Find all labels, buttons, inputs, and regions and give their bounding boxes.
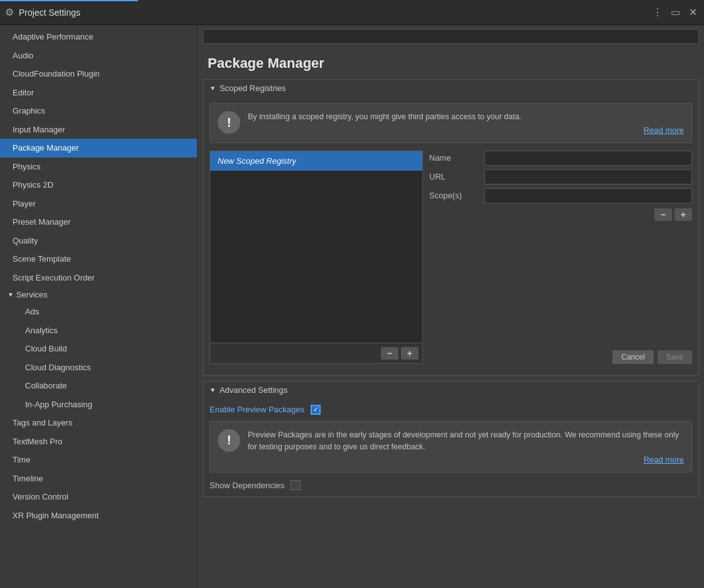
sidebar-item-scene-template[interactable]: Scene Template: [0, 250, 197, 269]
sidebar-item-version-control[interactable]: Version Control: [0, 488, 197, 506]
preview-warning-icon: !: [218, 429, 240, 452]
sidebar-item-in-app-purchasing[interactable]: In-App Purchasing: [0, 395, 197, 414]
services-arrow: ▼: [8, 291, 14, 298]
registry-list: New Scoped Registry − +: [210, 151, 423, 364]
cancel-button[interactable]: Cancel: [612, 350, 653, 364]
registry-panel: New Scoped Registry − + Name: [210, 151, 692, 364]
sidebar-item-audio[interactable]: Audio: [0, 46, 197, 65]
maximize-btn[interactable]: ▭: [669, 6, 681, 19]
settings-icon: ⚙: [5, 6, 14, 18]
sidebar-item-collaborate[interactable]: Collaborate: [0, 377, 197, 395]
sidebar-item-quality[interactable]: Quality: [0, 232, 197, 250]
sidebar-item-preset-manager[interactable]: Preset Manager: [0, 213, 197, 232]
registry-add-button[interactable]: +: [401, 347, 419, 360]
enable-preview-label: Enable Preview Packages: [210, 405, 304, 414]
window-controls: ⋮ ▭ ✕: [651, 6, 699, 19]
scoped-registries-header[interactable]: ▼ Scoped Registries: [203, 80, 698, 97]
sidebar-item-analytics[interactable]: Analytics: [0, 321, 197, 340]
sidebar-item-cloud-build[interactable]: Cloud Build: [0, 339, 197, 358]
title-bar: ⚙ Project Settings ⋮ ▭ ✕: [0, 0, 704, 25]
main-layout: Adaptive Performance Audio CloudFoundati…: [0, 25, 704, 588]
tab-indicator: [0, 0, 138, 1]
scoped-registries-arrow: ▼: [210, 85, 216, 92]
scope-remove-button[interactable]: −: [654, 208, 672, 221]
sidebar-item-physics[interactable]: Physics: [0, 158, 197, 176]
form-name-row: Name: [429, 151, 692, 166]
sidebar-item-script-execution-order[interactable]: Script Execution Order: [0, 269, 197, 287]
form-scopes-row: Scope(s) − +: [429, 188, 692, 221]
sidebar-item-physics-2d[interactable]: Physics 2D: [0, 176, 197, 195]
form-name-input[interactable]: [484, 151, 692, 166]
scoped-read-more-link[interactable]: Read more: [248, 126, 684, 135]
form-url-row: URL: [429, 169, 692, 184]
scoped-warning-text: By installing a scoped registry, you mig…: [248, 112, 521, 121]
sidebar-item-tags-and-layers[interactable]: Tags and Layers: [0, 414, 197, 432]
window-title: Project Settings: [19, 8, 80, 18]
sidebar-item-textmesh-pro[interactable]: TextMesh Pro: [0, 432, 197, 451]
scoped-registries-section: ▼ Scoped Registries ! By installing a sc…: [203, 79, 699, 376]
form-name-label: Name: [429, 153, 479, 163]
registry-form: Name URL Scope(s): [429, 151, 692, 364]
scoped-registries-body: ! By installing a scoped registry, you m…: [203, 97, 698, 375]
sidebar: Adaptive Performance Audio CloudFoundati…: [0, 25, 198, 588]
save-button[interactable]: Save: [658, 350, 692, 364]
advanced-settings-body: Enable Preview Packages ! Preview Packag…: [203, 398, 698, 497]
sidebar-item-adaptive-performance[interactable]: Adaptive Performance: [0, 28, 197, 46]
enable-preview-row: Enable Preview Packages: [210, 405, 692, 415]
sidebar-item-ads[interactable]: Ads: [0, 302, 197, 321]
show-dependencies-label: Show Dependencies: [210, 481, 284, 490]
form-url-input[interactable]: [484, 169, 692, 184]
sidebar-item-input-manager[interactable]: Input Manager: [0, 120, 197, 139]
sidebar-item-graphics[interactable]: Graphics: [0, 102, 197, 120]
registry-list-buttons: − +: [210, 343, 422, 363]
services-section-header[interactable]: ▼ Services: [0, 287, 197, 302]
enable-preview-checkbox[interactable]: [311, 405, 321, 415]
scopes-buttons: − +: [484, 208, 692, 221]
page-title: Package Manager: [198, 48, 704, 77]
search-wrap: 🔍: [203, 29, 699, 44]
advanced-settings-header[interactable]: ▼ Advanced Settings: [203, 382, 698, 398]
sidebar-item-timeline[interactable]: Timeline: [0, 469, 197, 488]
menu-btn[interactable]: ⋮: [651, 6, 664, 19]
show-dependencies-row: Show Dependencies: [210, 480, 692, 490]
scoped-registries-title: Scoped Registries: [220, 83, 286, 93]
form-scopes-label: Scope(s): [429, 188, 479, 200]
sidebar-item-cloudfoundation[interactable]: CloudFoundation Plugin: [0, 65, 197, 83]
sidebar-item-package-manager[interactable]: Package Manager: [0, 139, 197, 158]
form-action-buttons: Cancel Save: [429, 345, 692, 364]
sidebar-item-player[interactable]: Player: [0, 195, 197, 213]
warning-icon: !: [218, 111, 240, 134]
page-content: Package Manager ▼ Scoped Registries ! By…: [198, 48, 704, 588]
preview-warning-text: Preview Packages are in the early stages…: [248, 430, 679, 451]
form-scopes-input[interactable]: [484, 188, 692, 203]
sidebar-item-xr-plugin-management[interactable]: XR Plugin Management: [0, 506, 197, 525]
show-dependencies-checkbox[interactable]: [291, 480, 301, 490]
scope-add-button[interactable]: +: [675, 208, 692, 221]
advanced-settings-arrow: ▼: [210, 387, 216, 393]
search-input[interactable]: [203, 29, 699, 44]
form-url-label: URL: [429, 172, 479, 181]
content-area: 🔍 Package Manager ▼ Scoped Registries !: [198, 25, 704, 588]
services-label: Services: [16, 290, 48, 299]
sidebar-item-cloud-diagnostics[interactable]: Cloud Diagnostics: [0, 358, 197, 377]
advanced-settings-section: ▼ Advanced Settings Enable Preview Packa…: [203, 381, 699, 498]
registry-list-item-new[interactable]: New Scoped Registry: [210, 151, 422, 171]
preview-warning-box: ! Preview Packages are in the early stag…: [210, 421, 692, 473]
sidebar-item-time[interactable]: Time: [0, 451, 197, 469]
scoped-warning-box: ! By installing a scoped registry, you m…: [210, 103, 692, 143]
advanced-settings-title: Advanced Settings: [220, 385, 287, 395]
search-bar-wrap: 🔍: [198, 25, 704, 48]
registry-remove-button[interactable]: −: [381, 347, 398, 360]
sidebar-item-editor[interactable]: Editor: [0, 83, 197, 102]
close-btn[interactable]: ✕: [686, 6, 699, 19]
preview-read-more-link[interactable]: Read more: [248, 455, 684, 464]
